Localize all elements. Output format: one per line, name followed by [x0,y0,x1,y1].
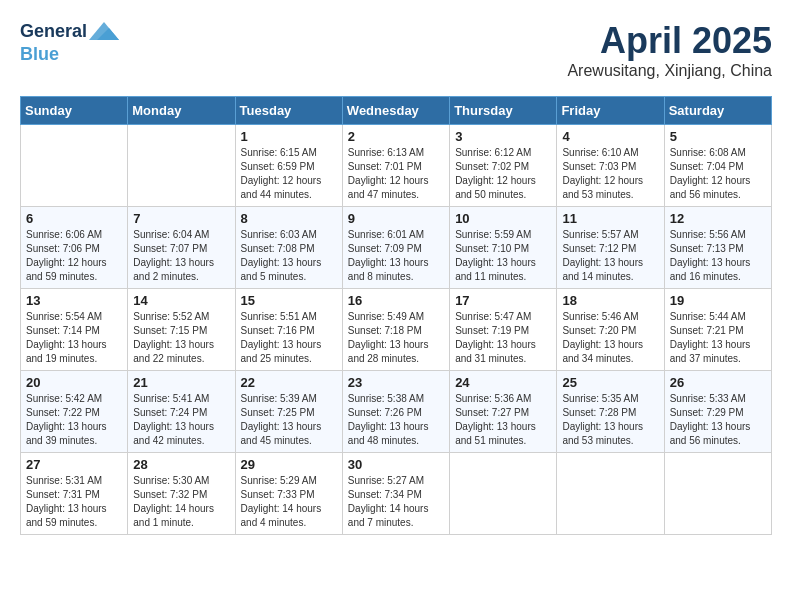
day-info: Sunrise: 6:06 AM Sunset: 7:06 PM Dayligh… [26,228,122,284]
day-number: 14 [133,293,229,308]
day-number: 26 [670,375,766,390]
week-row-2: 6Sunrise: 6:06 AM Sunset: 7:06 PM Daylig… [21,207,772,289]
day-info: Sunrise: 5:36 AM Sunset: 7:27 PM Dayligh… [455,392,551,448]
day-cell: 13Sunrise: 5:54 AM Sunset: 7:14 PM Dayli… [21,289,128,371]
day-cell: 19Sunrise: 5:44 AM Sunset: 7:21 PM Dayli… [664,289,771,371]
day-info: Sunrise: 5:27 AM Sunset: 7:34 PM Dayligh… [348,474,444,530]
day-cell [557,453,664,535]
day-number: 4 [562,129,658,144]
day-cell: 7Sunrise: 6:04 AM Sunset: 7:07 PM Daylig… [128,207,235,289]
day-cell: 20Sunrise: 5:42 AM Sunset: 7:22 PM Dayli… [21,371,128,453]
day-number: 22 [241,375,337,390]
day-info: Sunrise: 5:56 AM Sunset: 7:13 PM Dayligh… [670,228,766,284]
day-cell: 30Sunrise: 5:27 AM Sunset: 7:34 PM Dayli… [342,453,449,535]
day-cell: 6Sunrise: 6:06 AM Sunset: 7:06 PM Daylig… [21,207,128,289]
day-info: Sunrise: 5:30 AM Sunset: 7:32 PM Dayligh… [133,474,229,530]
day-cell: 4Sunrise: 6:10 AM Sunset: 7:03 PM Daylig… [557,125,664,207]
day-cell: 3Sunrise: 6:12 AM Sunset: 7:02 PM Daylig… [450,125,557,207]
day-number: 18 [562,293,658,308]
calendar-table: SundayMondayTuesdayWednesdayThursdayFrid… [20,96,772,535]
week-row-1: 1Sunrise: 6:15 AM Sunset: 6:59 PM Daylig… [21,125,772,207]
day-number: 1 [241,129,337,144]
logo: General Blue [20,20,119,66]
day-number: 21 [133,375,229,390]
day-cell: 18Sunrise: 5:46 AM Sunset: 7:20 PM Dayli… [557,289,664,371]
day-info: Sunrise: 5:35 AM Sunset: 7:28 PM Dayligh… [562,392,658,448]
week-row-3: 13Sunrise: 5:54 AM Sunset: 7:14 PM Dayli… [21,289,772,371]
day-cell: 28Sunrise: 5:30 AM Sunset: 7:32 PM Dayli… [128,453,235,535]
day-cell [21,125,128,207]
month-title: April 2025 [567,20,772,62]
day-cell: 10Sunrise: 5:59 AM Sunset: 7:10 PM Dayli… [450,207,557,289]
day-number: 11 [562,211,658,226]
weekday-header-wednesday: Wednesday [342,97,449,125]
title-area: April 2025 Arewusitang, Xinjiang, China [567,20,772,80]
day-info: Sunrise: 6:15 AM Sunset: 6:59 PM Dayligh… [241,146,337,202]
logo-blue-text: Blue [20,44,59,64]
day-info: Sunrise: 5:51 AM Sunset: 7:16 PM Dayligh… [241,310,337,366]
day-number: 12 [670,211,766,226]
day-cell: 15Sunrise: 5:51 AM Sunset: 7:16 PM Dayli… [235,289,342,371]
day-info: Sunrise: 6:01 AM Sunset: 7:09 PM Dayligh… [348,228,444,284]
day-number: 20 [26,375,122,390]
day-number: 17 [455,293,551,308]
day-number: 3 [455,129,551,144]
day-cell: 27Sunrise: 5:31 AM Sunset: 7:31 PM Dayli… [21,453,128,535]
day-info: Sunrise: 6:12 AM Sunset: 7:02 PM Dayligh… [455,146,551,202]
day-number: 29 [241,457,337,472]
day-number: 16 [348,293,444,308]
day-info: Sunrise: 5:52 AM Sunset: 7:15 PM Dayligh… [133,310,229,366]
day-cell: 1Sunrise: 6:15 AM Sunset: 6:59 PM Daylig… [235,125,342,207]
day-cell: 24Sunrise: 5:36 AM Sunset: 7:27 PM Dayli… [450,371,557,453]
day-cell: 23Sunrise: 5:38 AM Sunset: 7:26 PM Dayli… [342,371,449,453]
day-number: 5 [670,129,766,144]
day-number: 30 [348,457,444,472]
day-info: Sunrise: 6:10 AM Sunset: 7:03 PM Dayligh… [562,146,658,202]
day-info: Sunrise: 5:57 AM Sunset: 7:12 PM Dayligh… [562,228,658,284]
day-info: Sunrise: 6:08 AM Sunset: 7:04 PM Dayligh… [670,146,766,202]
day-info: Sunrise: 5:49 AM Sunset: 7:18 PM Dayligh… [348,310,444,366]
day-number: 9 [348,211,444,226]
day-number: 24 [455,375,551,390]
weekday-header-thursday: Thursday [450,97,557,125]
day-cell: 5Sunrise: 6:08 AM Sunset: 7:04 PM Daylig… [664,125,771,207]
day-number: 25 [562,375,658,390]
day-cell: 14Sunrise: 5:52 AM Sunset: 7:15 PM Dayli… [128,289,235,371]
day-number: 6 [26,211,122,226]
day-info: Sunrise: 5:31 AM Sunset: 7:31 PM Dayligh… [26,474,122,530]
day-info: Sunrise: 5:54 AM Sunset: 7:14 PM Dayligh… [26,310,122,366]
day-number: 28 [133,457,229,472]
page-header: General Blue April 2025 Arewusitang, Xin… [20,20,772,80]
day-info: Sunrise: 6:04 AM Sunset: 7:07 PM Dayligh… [133,228,229,284]
day-cell: 22Sunrise: 5:39 AM Sunset: 7:25 PM Dayli… [235,371,342,453]
location: Arewusitang, Xinjiang, China [567,62,772,80]
day-number: 8 [241,211,337,226]
day-number: 23 [348,375,444,390]
day-info: Sunrise: 6:03 AM Sunset: 7:08 PM Dayligh… [241,228,337,284]
day-cell: 11Sunrise: 5:57 AM Sunset: 7:12 PM Dayli… [557,207,664,289]
weekday-header-monday: Monday [128,97,235,125]
day-number: 2 [348,129,444,144]
weekday-header-sunday: Sunday [21,97,128,125]
day-cell: 29Sunrise: 5:29 AM Sunset: 7:33 PM Dayli… [235,453,342,535]
day-info: Sunrise: 5:59 AM Sunset: 7:10 PM Dayligh… [455,228,551,284]
day-info: Sunrise: 5:33 AM Sunset: 7:29 PM Dayligh… [670,392,766,448]
day-info: Sunrise: 5:39 AM Sunset: 7:25 PM Dayligh… [241,392,337,448]
day-info: Sunrise: 5:42 AM Sunset: 7:22 PM Dayligh… [26,392,122,448]
week-row-5: 27Sunrise: 5:31 AM Sunset: 7:31 PM Dayli… [21,453,772,535]
day-cell: 8Sunrise: 6:03 AM Sunset: 7:08 PM Daylig… [235,207,342,289]
day-cell [664,453,771,535]
day-cell: 25Sunrise: 5:35 AM Sunset: 7:28 PM Dayli… [557,371,664,453]
day-info: Sunrise: 6:13 AM Sunset: 7:01 PM Dayligh… [348,146,444,202]
logo-text: General [20,21,87,43]
day-number: 13 [26,293,122,308]
day-cell: 16Sunrise: 5:49 AM Sunset: 7:18 PM Dayli… [342,289,449,371]
day-info: Sunrise: 5:41 AM Sunset: 7:24 PM Dayligh… [133,392,229,448]
day-info: Sunrise: 5:46 AM Sunset: 7:20 PM Dayligh… [562,310,658,366]
logo-icon [89,20,119,44]
day-cell: 21Sunrise: 5:41 AM Sunset: 7:24 PM Dayli… [128,371,235,453]
weekday-header-saturday: Saturday [664,97,771,125]
day-number: 19 [670,293,766,308]
day-number: 27 [26,457,122,472]
day-number: 15 [241,293,337,308]
